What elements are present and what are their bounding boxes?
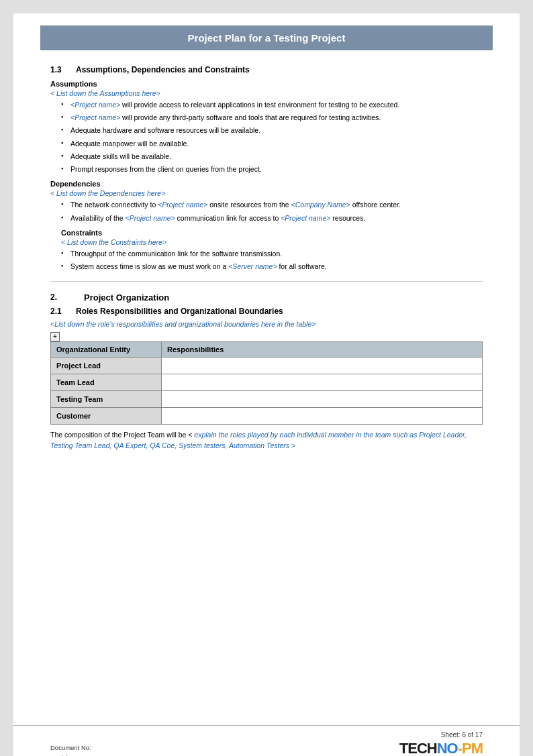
- project-name-link: <Project name>: [158, 201, 207, 209]
- server-name-link: <Server name>: [228, 262, 277, 270]
- composition-text-before: The composition of the Project Team will…: [50, 431, 194, 439]
- composition-text: The composition of the Project Team will…: [50, 430, 483, 451]
- org-table: Organizational Entity Responsibilities P…: [50, 341, 483, 425]
- expand-icon[interactable]: +: [50, 332, 60, 341]
- logo-no: NO: [437, 740, 458, 756]
- list-item: Availability of the <Project name> commu…: [61, 213, 483, 223]
- list-item: Adequate hardware and software resources…: [61, 125, 483, 136]
- section-1-3-heading: 1.3 Assumptions, Dependencies and Constr…: [50, 65, 483, 74]
- constraints-placeholder: < List down the Constraints here>: [61, 238, 483, 246]
- org-table-wrapper: + Organizational Entity Responsibilities…: [50, 332, 483, 425]
- table-row: Project Lead: [51, 358, 483, 374]
- company-name-link: <Company Name>: [291, 201, 350, 209]
- section-1-3-title: Assumptions, Dependencies and Constraint…: [76, 65, 250, 74]
- row-entity-team-lead: Team Lead: [51, 374, 162, 391]
- table-placeholder: <List down the role's responsibilities a…: [50, 320, 483, 328]
- section-2-1-num: 2.1: [50, 307, 76, 316]
- table-row: Customer: [51, 408, 483, 425]
- constraints-list: Throughput of the communication link for…: [50, 249, 483, 272]
- row-resp-testing-team: [162, 391, 483, 408]
- project-name-link: <Project name>: [126, 214, 175, 222]
- row-resp-project-lead: [162, 358, 483, 374]
- page: Project Plan for a Testing Project 1.3 A…: [13, 13, 520, 756]
- dependencies-block: Dependencies < List down the Dependencie…: [50, 180, 483, 223]
- col-header-responsibilities: Responsibilities: [162, 342, 483, 358]
- table-row: Team Lead: [51, 374, 483, 391]
- row-entity-customer: Customer: [51, 408, 162, 425]
- assumptions-placeholder: < List down the Assumptions here>: [50, 89, 483, 97]
- footer-doc-no: Document No:: [50, 743, 91, 753]
- row-entity-project-lead: Project Lead: [51, 358, 162, 374]
- list-item: Adequate skills will be available.: [61, 152, 483, 162]
- table-placeholder-row: <List down the role's responsibilities a…: [50, 320, 483, 328]
- page-title: Project Plan for a Testing Project: [40, 25, 493, 50]
- section-2-num: 2.: [50, 292, 84, 302]
- col-header-entity: Organizational Entity: [51, 342, 162, 358]
- project-name-link-2: <Project name>: [281, 214, 330, 222]
- assumptions-list: <Project name> will provide access to re…: [50, 100, 483, 174]
- table-row: Testing Team: [51, 391, 483, 408]
- assumptions-block: Assumptions < List down the Assumptions …: [50, 80, 483, 174]
- logo: TECHNO-PM: [381, 741, 483, 756]
- list-item: Prompt responses from the client on quer…: [61, 164, 483, 174]
- table-header-row: Organizational Entity Responsibilities: [51, 342, 483, 358]
- dependencies-heading: Dependencies: [50, 180, 483, 188]
- project-name-link: <Project name>: [70, 113, 120, 121]
- list-item: System access time is slow as we must wo…: [61, 262, 483, 272]
- list-item: <Project name> will provide any third-pa…: [61, 113, 483, 123]
- project-name-link: <Project name>: [70, 101, 120, 109]
- main-content: 1.3 Assumptions, Dependencies and Constr…: [13, 50, 520, 725]
- logo-tech: TECH: [399, 740, 437, 756]
- row-entity-testing-team: Testing Team: [51, 391, 162, 408]
- section-2-title: Project Organization: [84, 292, 169, 303]
- section-2-heading: 2. Project Organization: [50, 292, 483, 303]
- footer-revision: Revision No:: [50, 753, 91, 756]
- section-divider: [50, 281, 483, 282]
- list-item: Adequate manpower will be available.: [61, 139, 483, 149]
- footer-sheet: Sheet: 6 of 17: [381, 731, 483, 739]
- constraints-block: Constraints < List down the Constraints …: [61, 229, 483, 246]
- list-item: Throughput of the communication link for…: [61, 249, 483, 259]
- footer-right: Sheet: 6 of 17 TECHNO-PM PROJECT MANAGEM…: [381, 731, 483, 756]
- section-2-1-heading: 2.1 Roles Responsibilities and Organizat…: [50, 307, 483, 316]
- assumptions-heading: Assumptions: [50, 80, 483, 88]
- dependencies-list: The network connectivity to <Project nam…: [50, 200, 483, 223]
- dependencies-placeholder: < List down the Dependencies here>: [50, 189, 483, 197]
- list-item: The network connectivity to <Project nam…: [61, 200, 483, 210]
- footer-left: Document No: Revision No:: [50, 743, 91, 756]
- logo-pm: PM: [462, 740, 483, 756]
- constraints-heading: Constraints: [61, 229, 483, 237]
- footer: Document No: Revision No: Confidential S…: [13, 725, 520, 756]
- row-resp-team-lead: [162, 374, 483, 391]
- row-resp-customer: [162, 408, 483, 425]
- section-2-1-title: Roles Responsibilities and Organizationa…: [76, 307, 283, 316]
- section-1-3-num: 1.3: [50, 65, 76, 74]
- list-item: <Project name> will provide access to re…: [61, 100, 483, 110]
